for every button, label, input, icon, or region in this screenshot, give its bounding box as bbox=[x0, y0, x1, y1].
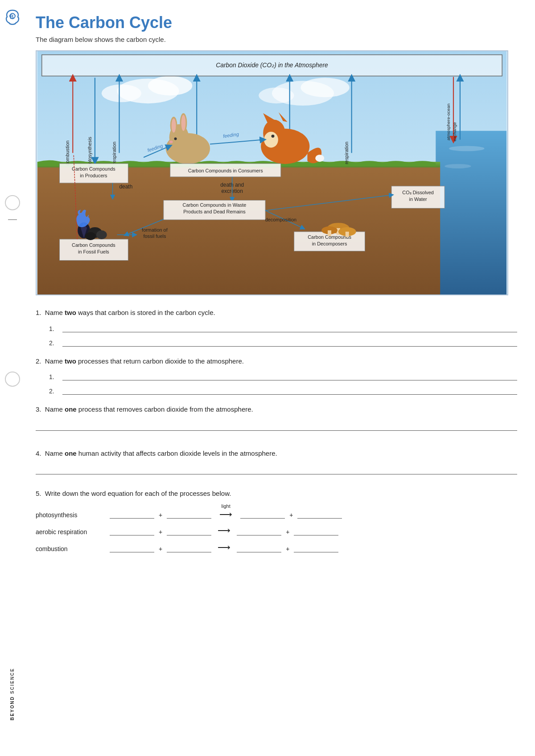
carbon-cycle-diagram: Carbon Dioxide (CO₂) in the Atmosphere c… bbox=[36, 50, 508, 295]
eq-photo-blank4[interactable] bbox=[297, 510, 342, 519]
svg-point-88 bbox=[85, 232, 96, 240]
svg-point-10 bbox=[444, 164, 471, 168]
svg-point-34 bbox=[172, 119, 176, 133]
q1-answers: 1. 2. bbox=[49, 323, 517, 347]
question-3: 3. Name one process that removes carbon … bbox=[36, 405, 517, 431]
diagram-svg: Carbon Dioxide (CO₂) in the Atmosphere c… bbox=[37, 51, 507, 294]
svg-point-37 bbox=[169, 141, 173, 143]
brand-text: BEYOND SCIENCE bbox=[10, 668, 15, 720]
eq-aerobic-plus1: + bbox=[157, 528, 164, 535]
brand-logo-icon: B bbox=[4, 8, 21, 26]
svg-rect-77 bbox=[346, 232, 349, 237]
eq-aerobic-plus2: + bbox=[284, 528, 291, 535]
svg-text:decomposition: decomposition bbox=[265, 217, 296, 222]
q1-num-2: 2. bbox=[49, 339, 58, 347]
svg-text:exchange: exchange bbox=[452, 122, 457, 141]
q2-bold: two bbox=[65, 357, 76, 365]
question-5: 5. Write down the word equation for each… bbox=[36, 489, 517, 552]
q2-num-2: 2. bbox=[49, 388, 58, 395]
svg-point-35 bbox=[181, 115, 185, 131]
question-4: 4. Name one human activity that affects … bbox=[36, 449, 517, 475]
svg-text:atmosphere-ocean: atmosphere-ocean bbox=[446, 104, 451, 141]
eq-combustion-blank2[interactable] bbox=[167, 544, 211, 552]
q1-num-1: 1. bbox=[49, 325, 58, 332]
q2-line-2[interactable] bbox=[62, 385, 517, 395]
svg-point-43 bbox=[272, 135, 275, 138]
eq-combustion-blank3[interactable] bbox=[237, 544, 281, 552]
svg-text:respiration: respiration bbox=[111, 142, 117, 164]
eq-photo-blank1[interactable] bbox=[110, 510, 154, 519]
eq-combustion: combustion + ⟶ + bbox=[36, 542, 517, 552]
eq-aerobic-label: aerobic respiration bbox=[36, 528, 107, 535]
eq-photo-plus2: + bbox=[288, 511, 295, 519]
eq-aerobic-blank4[interactable] bbox=[294, 527, 338, 535]
svg-point-42 bbox=[264, 132, 278, 148]
question-5-text: 5. Write down the word equation for each… bbox=[36, 489, 517, 499]
svg-text:formation of: formation of bbox=[142, 227, 168, 233]
eq-combustion-arrow: ⟶ bbox=[214, 542, 234, 552]
svg-text:in Water: in Water bbox=[409, 196, 427, 202]
q3-bold: one bbox=[65, 405, 77, 413]
svg-text:B: B bbox=[10, 14, 14, 20]
eq-combustion-label: combustion bbox=[36, 545, 107, 552]
svg-text:in Producers: in Producers bbox=[80, 173, 107, 178]
eq-combustion-plus2: + bbox=[284, 545, 291, 552]
svg-text:Carbon Dioxide (CO₂) in the At: Carbon Dioxide (CO₂) in the Atmosphere bbox=[216, 61, 328, 69]
sidebar-divider bbox=[8, 219, 17, 220]
svg-text:in Fossil Fuels: in Fossil Fuels bbox=[78, 249, 109, 254]
q1-line-2[interactable] bbox=[62, 337, 517, 347]
eq-photo-label: photosynthesis bbox=[36, 511, 107, 519]
svg-text:Carbon Compounds in Consumers: Carbon Compounds in Consumers bbox=[188, 168, 263, 173]
q3-line[interactable] bbox=[36, 421, 517, 431]
sidebar-circle-1 bbox=[5, 195, 20, 210]
svg-text:Carbon Compounds: Carbon Compounds bbox=[72, 166, 115, 172]
page-title: The Carbon Cycle bbox=[36, 13, 517, 32]
eq-photo-blank3[interactable] bbox=[240, 510, 285, 519]
svg-text:Products and Dead Remains: Products and Dead Remains bbox=[183, 209, 246, 214]
eq-photo-plus1: + bbox=[157, 511, 164, 519]
question-1-text: 1. Name two ways that carbon is stored i… bbox=[36, 308, 517, 318]
eq-photo-blank2[interactable] bbox=[167, 510, 211, 519]
question-3-text: 3. Name one process that removes carbon … bbox=[36, 405, 517, 415]
q2-num-1: 1. bbox=[49, 373, 58, 380]
question-1: 1. Name two ways that carbon is stored i… bbox=[36, 308, 517, 347]
q1-answer-1: 1. bbox=[49, 323, 517, 332]
q2-answer-2: 2. bbox=[49, 385, 517, 395]
svg-text:fossil fuels: fossil fuels bbox=[143, 233, 166, 239]
light-label: light bbox=[222, 503, 230, 509]
svg-point-6 bbox=[301, 78, 350, 98]
svg-point-44 bbox=[315, 155, 324, 162]
q4-line[interactable] bbox=[36, 465, 517, 474]
subtitle: The diagram below shows the carbon cycle… bbox=[36, 36, 517, 43]
eq-aerobic-blank1[interactable] bbox=[110, 527, 154, 535]
svg-text:CO₂ Dissolved: CO₂ Dissolved bbox=[402, 190, 434, 195]
eq-photo-arrow: ⟶ bbox=[219, 510, 232, 519]
q1-bold: two bbox=[65, 309, 76, 316]
eq-combustion-blank1[interactable] bbox=[110, 544, 154, 552]
svg-rect-8 bbox=[436, 131, 506, 294]
svg-point-7 bbox=[259, 87, 294, 103]
eq-aerobic-blank3[interactable] bbox=[237, 527, 281, 535]
svg-point-87 bbox=[96, 230, 107, 239]
q2-line-1[interactable] bbox=[62, 371, 517, 380]
q1-line-1[interactable] bbox=[62, 323, 517, 332]
eq-aerobic-blank2[interactable] bbox=[167, 527, 211, 535]
q4-bold: one bbox=[65, 450, 77, 457]
eq-aerobic-arrow: ⟶ bbox=[214, 525, 234, 535]
brand-label: BEYOND SCIENCE bbox=[0, 668, 25, 720]
svg-point-9 bbox=[449, 146, 484, 151]
eq-combustion-plus1: + bbox=[157, 545, 164, 552]
svg-text:in Decomposers: in Decomposers bbox=[312, 241, 347, 246]
q2-answers: 1. 2. bbox=[49, 371, 517, 395]
svg-point-36 bbox=[174, 138, 177, 140]
q2-answer-1: 1. bbox=[49, 371, 517, 380]
eq-combustion-blank4[interactable] bbox=[294, 544, 338, 552]
svg-text:Carbon Compounds: Carbon Compounds bbox=[72, 242, 115, 248]
sidebar-circle-2 bbox=[5, 372, 20, 387]
svg-text:Carbon Compounds in Waste: Carbon Compounds in Waste bbox=[183, 202, 247, 208]
svg-text:death: death bbox=[119, 184, 133, 190]
svg-text:respiration: respiration bbox=[344, 142, 349, 164]
questions-section: 1. Name two ways that carbon is stored i… bbox=[36, 308, 517, 552]
eq-photosynthesis: photosynthesis + light ⟶ + bbox=[36, 503, 517, 519]
question-2-text: 2. Name two processes that return carbon… bbox=[36, 356, 517, 367]
